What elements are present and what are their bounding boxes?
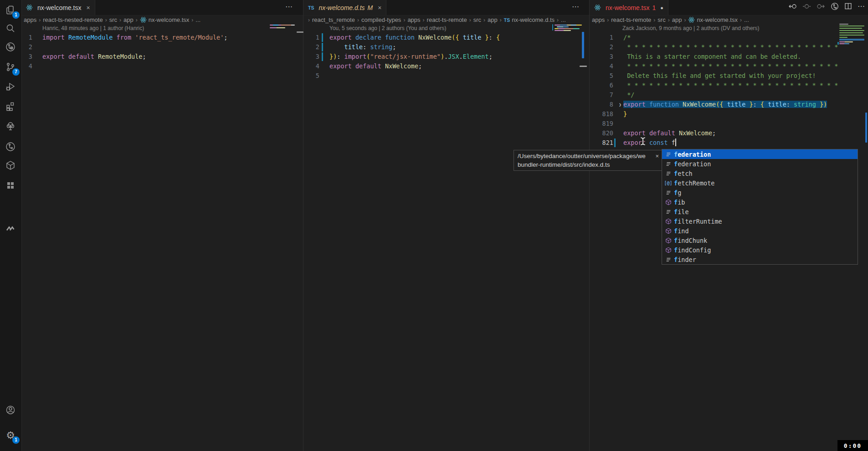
breadcrumb-item[interactable]: react_ts_remote: [312, 16, 355, 23]
suggestion-item[interactable]: federation: [662, 149, 858, 159]
suggestion-label: fetchRemote: [674, 179, 714, 187]
code-line[interactable]: 1import RemoteModule from 'react_ts_remo…: [21, 33, 303, 42]
suggestion-item[interactable]: find: [662, 226, 858, 236]
minimap-slider-pane1[interactable]: [297, 31, 303, 33]
suggest-detail-path: /Users/bytedance/outter/universe/package…: [518, 152, 652, 160]
git-blame-codelens[interactable]: Zack Jackson, 9 months ago | 2 authors (…: [590, 24, 868, 33]
breadcrumb-item[interactable]: nx-welcome.tsx: [149, 16, 190, 23]
code-line[interactable]: 1/*: [590, 33, 868, 42]
suggestion-item[interactable]: fetch: [662, 169, 858, 178]
tab-nx-welcome-tsx[interactable]: nx-welcome.tsx 1 ●: [590, 0, 668, 15]
suggestion-item[interactable]: fg: [662, 188, 858, 197]
git-blame-codelens[interactable]: Hanric, 48 minutes ago | 1 author (Hanri…: [21, 24, 303, 33]
breadcrumb-item[interactable]: src: [109, 16, 117, 23]
dirty-dot-icon[interactable]: ●: [660, 5, 663, 10]
suggestion-item[interactable]: findChunk: [662, 236, 858, 245]
code-line[interactable]: 3 This is a starter component and can be…: [590, 52, 868, 62]
more-actions-icon[interactable]: ⋯: [285, 2, 293, 11]
code-line[interactable]: 819: [590, 119, 868, 128]
breadcrumb-item[interactable]: nx-welcome.d.ts: [512, 16, 555, 23]
git-blame-codelens[interactable]: You, 5 seconds ago | 2 authors (You and …: [303, 24, 590, 33]
search-icon[interactable]: [0, 18, 21, 38]
code-line[interactable]: 1export declare function NxWelcome({ tit…: [303, 33, 590, 42]
code-line[interactable]: 4export default NxWelcome;: [303, 62, 590, 71]
code-line[interactable]: 820export default NxWelcome;: [590, 128, 868, 138]
code-line[interactable]: 818}: [590, 109, 868, 119]
suggestion-item[interactable]: federation: [662, 159, 858, 169]
suggestion-item[interactable]: file: [662, 207, 858, 216]
run-debug-icon[interactable]: [0, 77, 21, 97]
next-change-icon[interactable]: [817, 3, 825, 10]
current-change-icon[interactable]: [802, 3, 811, 10]
suggestion-item[interactable]: [@]fetchRemote: [662, 178, 858, 188]
breadcrumb-item[interactable]: app: [672, 16, 682, 23]
suggestion-kind-text-icon: [664, 208, 673, 215]
breadcrumb-item[interactable]: react-ts-nested-remote: [43, 16, 103, 23]
commit-graph-extension-icon[interactable]: [0, 37, 21, 57]
breadcrumb-item[interactable]: apps: [407, 16, 420, 23]
commit-graph-icon[interactable]: [831, 2, 839, 10]
close-icon[interactable]: ×: [655, 152, 659, 160]
fold-chevron-icon[interactable]: ❯: [617, 100, 623, 109]
breadcrumb-item[interactable]: react-ts-remote: [611, 16, 651, 23]
tab-nx-welcome-dts[interactable]: TS nx-welcome.d.ts M ×: [303, 0, 386, 15]
breadcrumb-item[interactable]: compiled-types: [361, 16, 401, 23]
suggestion-item[interactable]: filterRuntime: [662, 216, 858, 226]
more-actions-icon[interactable]: ⋯: [572, 2, 580, 11]
code-line[interactable]: 4 * * * * * * * * * * * * * * * * * * * …: [590, 62, 868, 71]
tab-close-icon[interactable]: ×: [86, 4, 90, 11]
breadcrumb-item[interactable]: app: [123, 16, 134, 23]
code-line[interactable]: 3export default RemoteModule;: [21, 52, 303, 62]
code-line[interactable]: 8❯export function NxWelcome({ title }: {…: [590, 100, 868, 109]
breadcrumb-item[interactable]: apps: [592, 16, 605, 23]
code-line[interactable]: 5 Delete this file and get started with …: [590, 71, 868, 81]
more-actions-icon[interactable]: ⋯: [858, 2, 865, 10]
fold-gutter: [617, 138, 623, 148]
code-line[interactable]: 2: [21, 42, 303, 52]
gutter: [613, 119, 617, 128]
wave-extension-icon[interactable]: [0, 219, 21, 239]
minimap-pane3[interactable]: [839, 24, 848, 25]
extensions-icon[interactable]: [0, 96, 21, 116]
grid-extension-icon[interactable]: [0, 175, 21, 195]
breadcrumb-item[interactable]: ...: [561, 16, 566, 23]
cube-extension-icon[interactable]: [0, 155, 21, 175]
breadcrumb-item[interactable]: react-ts-remote: [427, 16, 467, 23]
minimap-pane2[interactable]: [555, 25, 582, 26]
explorer-icon[interactable]: 1: [0, 0, 21, 20]
code-line[interactable]: 7 */: [590, 90, 868, 100]
tab-nx-welcome-tsx-nested[interactable]: nx-welcome.tsx ×: [21, 0, 95, 15]
breadcrumb-item[interactable]: nx-welcome.tsx: [697, 16, 738, 23]
breadcrumb-item[interactable]: app: [488, 16, 498, 23]
code-editor-2[interactable]: 1export declare function NxWelcome({ tit…: [303, 33, 590, 81]
code-line[interactable]: 3}): import("react/jsx-runtime").JSX.Ele…: [303, 52, 590, 62]
code-line[interactable]: 2 title: string;: [303, 42, 590, 52]
suggestion-item[interactable]: findConfig: [662, 245, 858, 255]
breadcrumb-item[interactable]: ...: [744, 16, 749, 23]
split-editor-icon[interactable]: [844, 2, 852, 10]
account-icon[interactable]: [0, 400, 21, 420]
tree-extension-icon[interactable]: [0, 116, 21, 136]
source-control-icon[interactable]: 7: [0, 57, 21, 77]
breadcrumb-item[interactable]: src: [473, 16, 481, 23]
overview-ruler-pane3[interactable]: [865, 113, 867, 143]
suggestion-item[interactable]: fib: [662, 197, 858, 207]
minimap-pane1[interactable]: [270, 25, 295, 26]
code-editor-3[interactable]: 1/*2 * * * * * * * * * * * * * * * * * *…: [590, 33, 868, 148]
breadcrumb-item[interactable]: src: [657, 16, 665, 23]
tab-close-icon[interactable]: ×: [378, 4, 381, 11]
code-line[interactable]: 821export const f: [590, 138, 868, 148]
code-line[interactable]: 5: [303, 71, 590, 81]
settings-gear-icon[interactable]: ⚙ 1: [0, 425, 21, 445]
timeline-extension-icon[interactable]: [0, 137, 21, 157]
code-line[interactable]: 6 * * * * * * * * * * * * * * * * * * * …: [590, 81, 868, 90]
minimap-pane2-line: [557, 26, 569, 27]
minimap-slider-pane2[interactable]: [580, 66, 587, 67]
code-editor-1[interactable]: 1import RemoteModule from 'react_ts_remo…: [21, 33, 303, 71]
code-line[interactable]: 2 * * * * * * * * * * * * * * * * * * * …: [590, 42, 868, 52]
suggestion-item[interactable]: finder: [662, 255, 858, 264]
breadcrumb-item[interactable]: apps: [24, 16, 36, 23]
code-line[interactable]: 4: [21, 62, 303, 71]
breadcrumb-item[interactable]: ...: [195, 16, 200, 23]
previous-change-icon[interactable]: [788, 3, 797, 10]
